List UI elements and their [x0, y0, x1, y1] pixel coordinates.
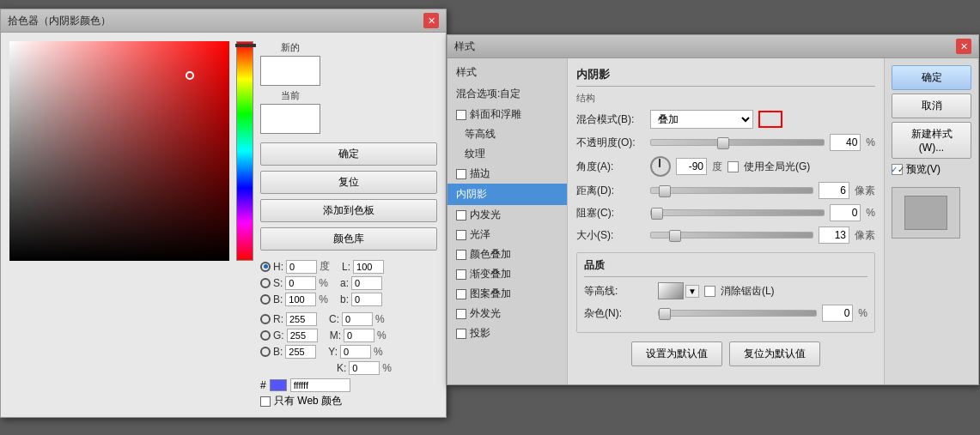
- angle-input[interactable]: [676, 158, 707, 175]
- reset-default-button[interactable]: 复位为默认值: [729, 341, 820, 366]
- set-default-button[interactable]: 设置为默认值: [631, 341, 722, 366]
- hex-input[interactable]: [290, 378, 350, 392]
- h-input[interactable]: [286, 260, 317, 274]
- noise-slider[interactable]: [658, 310, 817, 317]
- noise-input[interactable]: [822, 305, 853, 322]
- distance-input[interactable]: [819, 182, 849, 199]
- preview-checkbox[interactable]: ✓: [892, 164, 903, 175]
- opacity-input[interactable]: [830, 134, 861, 151]
- ls-cancel-button[interactable]: 取消: [892, 94, 971, 118]
- hue-cursor: [235, 44, 256, 47]
- contour-dropdown[interactable]: ▼: [685, 285, 699, 298]
- angle-dial[interactable]: [650, 156, 671, 177]
- size-slider[interactable]: [650, 232, 813, 239]
- sidebar-item-styles[interactable]: 样式: [447, 62, 567, 83]
- sidebar-item-stroke[interactable]: 描边: [447, 164, 567, 184]
- inner-glow-checkbox[interactable]: [456, 210, 466, 221]
- ls-confirm-button[interactable]: 确定: [892, 65, 971, 90]
- size-row: 大小(S): 像素: [576, 227, 875, 244]
- web-color-row: 只有 Web 颜色: [260, 394, 437, 408]
- color-picker-dialog: 拾色器（内阴影颜色） ✕ 新的 当前 确定 复位: [0, 9, 447, 418]
- add-to-palette-button[interactable]: 添加到色板: [260, 199, 437, 222]
- radio-r[interactable]: [260, 314, 271, 324]
- sidebar-item-contour[interactable]: 等高线: [447, 124, 567, 144]
- sidebar-item-bevel[interactable]: 斜面和浮雕: [447, 105, 567, 124]
- sidebar-item-texture[interactable]: 纹理: [447, 144, 567, 164]
- sidebar-item-satin[interactable]: 光泽: [447, 225, 567, 245]
- layer-style-close-button[interactable]: ✕: [956, 39, 971, 54]
- sidebar-item-outer-glow[interactable]: 外发光: [447, 304, 567, 323]
- sidebar-item-inner-shadow[interactable]: 内阴影: [447, 184, 567, 205]
- a-input[interactable]: [351, 276, 382, 290]
- choke-label: 阻塞(C):: [576, 206, 645, 221]
- blend-mode-select[interactable]: 叠加: [650, 110, 753, 129]
- reset-button[interactable]: 复位: [260, 171, 437, 194]
- b3-input[interactable]: [351, 293, 382, 306]
- angle-dial-line: [659, 159, 660, 167]
- l-input[interactable]: [353, 260, 384, 274]
- hex-color-swatch: [270, 379, 287, 391]
- color-picker-close-button[interactable]: ✕: [423, 13, 439, 28]
- drop-shadow-checkbox[interactable]: [456, 329, 466, 339]
- sidebar-item-drop-shadow[interactable]: 投影: [447, 323, 567, 343]
- hex-label: #: [260, 379, 266, 391]
- ls-new-style-button[interactable]: 新建样式(W)...: [892, 122, 971, 159]
- satin-checkbox[interactable]: [456, 230, 466, 240]
- contour-row: 等高线: ▼ 消除锯齿(L): [584, 282, 867, 299]
- g-input[interactable]: [287, 329, 318, 342]
- hue-slider[interactable]: [236, 41, 253, 261]
- confirm-button[interactable]: 确定: [260, 142, 437, 166]
- r-input[interactable]: [286, 312, 317, 326]
- layer-style-body: 样式 混合选项:自定 斜面和浮雕 等高线 纹理 描边 内阴影: [447, 58, 978, 384]
- radio-h[interactable]: [260, 262, 271, 272]
- choke-unit: %: [866, 207, 875, 219]
- sidebar-item-gradient-overlay[interactable]: 渐变叠加: [447, 264, 567, 284]
- size-input[interactable]: [819, 227, 849, 244]
- b2-input[interactable]: [285, 345, 316, 359]
- choke-thumb: [651, 208, 663, 220]
- m-input[interactable]: [344, 329, 374, 342]
- choke-slider[interactable]: [650, 209, 825, 216]
- blend-color-swatch[interactable]: [758, 111, 782, 128]
- gradient-overlay-checkbox[interactable]: [456, 269, 466, 280]
- k-input[interactable]: [349, 361, 380, 375]
- bevel-checkbox[interactable]: [456, 110, 466, 120]
- b-input[interactable]: [285, 293, 316, 306]
- noise-label: 杂色(N):: [584, 306, 653, 321]
- opacity-slider[interactable]: [650, 139, 825, 146]
- color-gradient-field[interactable]: [9, 41, 229, 261]
- sidebar-item-blending[interactable]: 混合选项:自定: [447, 83, 567, 105]
- preview-thumbnail: [892, 187, 960, 239]
- s-input[interactable]: [285, 276, 316, 290]
- r-label: R:: [273, 312, 283, 326]
- web-color-checkbox[interactable]: [260, 396, 271, 407]
- distance-slider[interactable]: [650, 187, 813, 194]
- color-field-dark-overlay: [9, 41, 229, 261]
- sidebar-item-pattern-overlay[interactable]: 图案叠加: [447, 284, 567, 304]
- layer-style-titlebar: 样式 ✕: [447, 35, 978, 58]
- m-label: M:: [330, 329, 341, 342]
- bottom-buttons: 设置为默认值 复位为默认值: [576, 341, 875, 366]
- color-picker-titlebar: 拾色器（内阴影颜色） ✕: [1, 9, 446, 33]
- y-input[interactable]: [340, 345, 371, 359]
- outer-glow-checkbox[interactable]: [456, 309, 466, 319]
- sidebar-item-color-overlay[interactable]: 颜色叠加: [447, 245, 567, 264]
- color-overlay-checkbox[interactable]: [456, 250, 466, 260]
- radio-b[interactable]: [260, 294, 271, 305]
- radio-s[interactable]: [260, 278, 271, 288]
- color-library-button[interactable]: 颜色库: [260, 227, 437, 251]
- radio-g[interactable]: [260, 330, 271, 341]
- radio-b2[interactable]: [260, 347, 271, 357]
- global-light-checkbox[interactable]: [727, 161, 739, 172]
- preview-row: ✓ 预览(V): [892, 162, 971, 177]
- c-input[interactable]: [342, 312, 373, 326]
- sidebar-item-inner-glow[interactable]: 内发光: [447, 205, 567, 225]
- anti-alias-checkbox[interactable]: [704, 286, 715, 297]
- choke-input[interactable]: [830, 204, 861, 221]
- layer-style-sidebar: 样式 混合选项:自定 斜面和浮雕 等高线 纹理 描边 内阴影: [447, 58, 568, 384]
- contour-preview[interactable]: [658, 282, 684, 299]
- pattern-overlay-checkbox[interactable]: [456, 289, 466, 299]
- stroke-checkbox[interactable]: [456, 169, 466, 179]
- distance-row: 距离(D): 像素: [576, 182, 875, 199]
- color-inputs-section: H: 度 L: S: % a:: [260, 259, 437, 408]
